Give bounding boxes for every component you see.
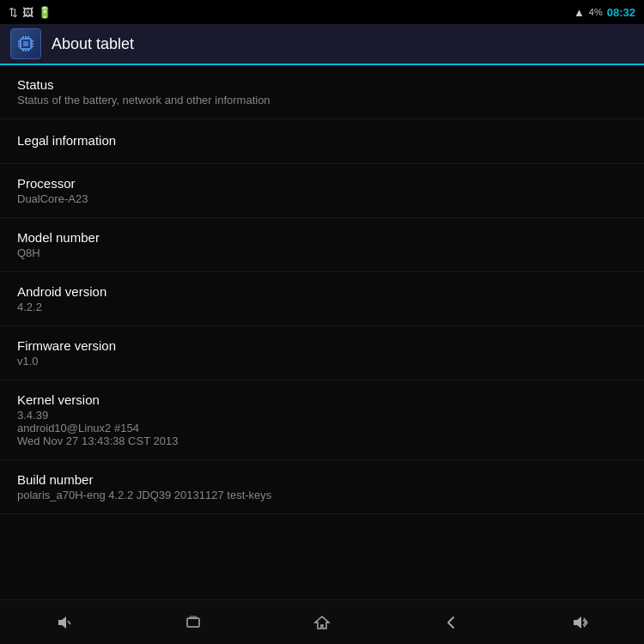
status-left-icons: ⇅ 🖼 🔋 [9,6,52,19]
list-item-model: Model number Q8H [0,218,644,272]
back-icon [441,613,460,632]
home-icon [313,613,331,632]
legal-title: Legal information [17,133,627,148]
status-time: 08:32 [607,6,635,19]
build-title: Build number [17,472,627,487]
processor-value: DualCore-A23 [17,192,627,205]
build-value: polaris_a70H-eng 4.2.2 JDQ39 20131127 te… [17,489,627,501]
list-item-status[interactable]: Status Status of the battery, network an… [0,65,644,119]
recents-icon [184,613,203,632]
volume-down-icon [55,613,74,632]
chip-svg [16,34,35,53]
status-right-icons: ▲ 4% 08:32 [574,6,635,19]
signal-icon: ▲ [574,6,585,19]
volume-down-button[interactable] [39,605,90,640]
volume-up-button[interactable] [554,605,605,640]
svg-marker-18 [574,617,581,629]
android-value: 4.2.2 [17,301,627,313]
model-title: Model number [17,230,627,245]
notification-icon1: 🖼 [22,6,33,19]
kernel-title: Kernel version [17,392,627,407]
svg-rect-1 [23,41,28,46]
status-subtitle: Status of the battery, network and other… [17,94,627,106]
back-button[interactable] [425,605,477,640]
svg-line-15 [68,621,70,624]
list-item-processor: Processor DualCore-A23 [0,164,644,218]
content-list: Status Status of the battery, network an… [0,65,644,599]
list-item-android: Android version 4.2.2 [0,272,644,326]
list-item-kernel: Kernel version 3.4.39android10@Linux2 #1… [0,380,644,460]
recents-button[interactable] [167,605,219,640]
nav-bar [0,599,644,644]
firmware-value: v1.0 [17,355,627,368]
notification-icon2: 🔋 [38,6,52,19]
action-bar: About tablet [0,24,644,65]
status-title: Status [17,77,627,92]
list-item-legal[interactable]: Legal information [0,119,644,164]
volume-up-icon [570,613,589,632]
status-bar: ⇅ 🖼 🔋 ▲ 4% 08:32 [0,0,644,24]
svg-marker-14 [58,617,66,629]
svg-rect-17 [190,617,197,618]
list-item-firmware: Firmware version v1.0 [0,326,644,380]
page-title: About tablet [52,35,134,53]
android-title: Android version [17,284,627,299]
model-value: Q8H [17,246,627,259]
usb-icon: ⇅ [9,6,18,19]
kernel-value: 3.4.39android10@Linux2 #154Wed Nov 27 13… [17,409,627,447]
app-icon [10,28,41,59]
battery-percentage: 4% [589,7,603,17]
svg-rect-16 [187,618,199,627]
list-item-build: Build number polaris_a70H-eng 4.2.2 JDQ3… [0,460,644,514]
processor-title: Processor [17,176,627,191]
home-button[interactable] [296,605,348,640]
firmware-title: Firmware version [17,338,627,353]
